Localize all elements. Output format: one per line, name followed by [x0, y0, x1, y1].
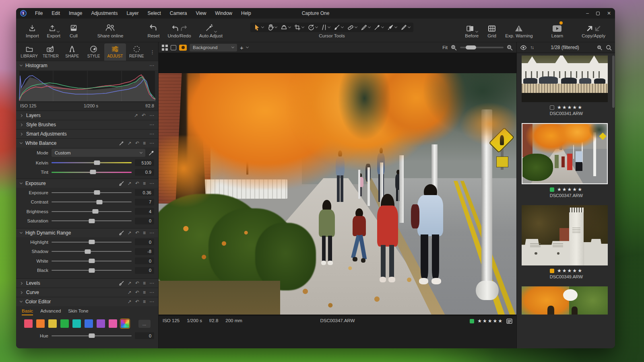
levels-copy-icon[interactable]: ↗: [128, 280, 132, 286]
menu-image[interactable]: Image: [65, 10, 86, 17]
multi-view-icon[interactable]: [162, 45, 168, 51]
hdr-presets-icon[interactable]: ≡: [143, 230, 146, 236]
color-editor-reset-icon[interactable]: ↶: [135, 299, 139, 304]
histogram-header[interactable]: Histogram ⋯: [16, 61, 158, 70]
wb-presets-icon[interactable]: ≡: [143, 140, 146, 146]
menu-help[interactable]: Help: [237, 10, 255, 17]
thumbnail-dsc00349[interactable]: ★★★★★ DSC00349.ARW: [522, 205, 611, 279]
menu-layer[interactable]: Layer: [123, 10, 142, 17]
black-slider[interactable]: [52, 270, 132, 271]
minimize-button[interactable]: –: [586, 10, 589, 16]
menu-window[interactable]: Window: [211, 10, 236, 17]
exposure-value[interactable]: 0.36: [135, 189, 154, 196]
single-view-icon[interactable]: [171, 45, 176, 50]
grid-button[interactable]: Grid: [483, 23, 501, 38]
brightness-value[interactable]: 4: [135, 208, 154, 215]
tab-style[interactable]: STYLE: [83, 43, 104, 61]
wb-copy-icon[interactable]: ↗: [128, 140, 132, 146]
zoom-in-icon[interactable]: [506, 44, 513, 51]
exposure-more-icon[interactable]: ⋯: [149, 181, 154, 186]
search-icon[interactable]: [606, 45, 612, 51]
sort-icon[interactable]: ↑↓: [530, 45, 533, 50]
cursor-tool-rotate[interactable]: [308, 24, 318, 31]
hdr-brush-icon[interactable]: [119, 230, 124, 235]
exposure-warning-button[interactable]: Exp. Warning: [501, 23, 537, 38]
color-tag-checkbox-orange[interactable]: [550, 269, 554, 273]
cursor-tool-picker[interactable]: [374, 24, 384, 31]
cull-button[interactable]: Cull: [64, 23, 83, 38]
cursor-tool-erase[interactable]: [361, 24, 370, 31]
layers-copy-icon[interactable]: ↗: [134, 113, 138, 118]
layers-header[interactable]: Layers ↗↶⋯: [16, 111, 158, 120]
exposure-presets-icon[interactable]: ≡: [143, 181, 146, 186]
hue-value[interactable]: 0: [135, 332, 154, 339]
curve-more-icon[interactable]: ⋯: [149, 290, 154, 295]
curve-reset-icon[interactable]: ↶: [135, 290, 139, 295]
levels-reset-icon[interactable]: ↶: [135, 280, 139, 286]
thumb-star-rating[interactable]: ★★★★★: [557, 268, 583, 274]
histogram-more-icon[interactable]: ⋯: [149, 63, 154, 68]
cursor-tool-pan[interactable]: [267, 24, 277, 31]
swatch-green[interactable]: [60, 319, 69, 328]
thumbnail-partial[interactable]: [522, 286, 611, 315]
cursor-tool-select[interactable]: [254, 24, 264, 31]
cursor-tool-crop[interactable]: [294, 24, 304, 31]
wb-reset-icon[interactable]: ↶: [135, 140, 139, 146]
hdr-copy-icon[interactable]: ↗: [128, 230, 132, 236]
swatch-orange[interactable]: [36, 319, 45, 328]
hue-slider[interactable]: [52, 335, 132, 336]
exposure-slider[interactable]: [52, 192, 132, 193]
wb-tint-slider[interactable]: [52, 172, 132, 173]
tab-shape[interactable]: SHAPE: [62, 43, 83, 61]
white-value[interactable]: 0: [135, 257, 154, 264]
curve-copy-icon[interactable]: ↗: [128, 290, 132, 295]
zoom-slider[interactable]: [460, 47, 504, 48]
white-slider[interactable]: [52, 261, 132, 261]
thumbnail-dsc00341[interactable]: ★★★★★ DSC00341.ARW: [522, 56, 611, 116]
thumbnail-dsc00347[interactable]: ★★★★★ DSC00347.ARW: [522, 123, 611, 198]
layer-dropdown[interactable]: Background: [190, 44, 237, 51]
browser-zoom-icon[interactable]: [597, 45, 603, 51]
shadow-slider[interactable]: [52, 251, 132, 252]
browser-scrollbar[interactable]: [612, 56, 615, 348]
wb-tint-value[interactable]: 0.9: [135, 169, 154, 176]
highlight-value[interactable]: 0: [135, 239, 154, 245]
auto-adjust-button[interactable]: Auto Adjust: [195, 23, 227, 38]
cursor-tool-loupe[interactable]: [281, 24, 291, 31]
hdr-header[interactable]: High Dynamic Range ↗ ↶ ≡ ⋯: [16, 228, 158, 237]
swatch-yellow[interactable]: [48, 319, 57, 328]
fit-label[interactable]: Fit: [442, 45, 448, 50]
reset-button[interactable]: Reset: [143, 23, 163, 38]
swatch-more-button[interactable]: ...: [138, 320, 151, 328]
cursor-tool-brush[interactable]: [334, 24, 343, 31]
curve-header[interactable]: Curve ↗ ↶ ≡ ⋯: [16, 288, 158, 297]
share-online-button[interactable]: Share online: [93, 23, 128, 38]
eye-icon[interactable]: [520, 45, 527, 50]
color-editor-tab-advanced[interactable]: Advanced: [40, 309, 61, 315]
tab-refine[interactable]: REFINE: [126, 43, 147, 61]
proof-view-icon[interactable]: [179, 45, 187, 51]
curve-presets-icon[interactable]: ≡: [143, 290, 146, 295]
levels-presets-icon[interactable]: ≡: [143, 280, 146, 286]
status-list-icon[interactable]: [506, 319, 512, 324]
status-color-tag[interactable]: [470, 319, 474, 323]
white-balance-header[interactable]: White Balance ↗ ↶ ≡ ⋯: [16, 139, 158, 148]
wb-more-icon[interactable]: ⋯: [149, 140, 154, 146]
wb-kelvin-slider[interactable]: [52, 162, 132, 163]
shadow-value[interactable]: -8: [135, 248, 154, 255]
panel-menu-dots-icon[interactable]: ⋮: [147, 49, 157, 55]
brightness-slider[interactable]: [52, 211, 132, 212]
style-brushes-header[interactable]: Style Brushes ⋯: [16, 120, 158, 129]
color-tag-checkbox[interactable]: [550, 105, 554, 110]
smart-adjustments-more-icon[interactable]: ⋯: [149, 131, 154, 137]
exposure-header[interactable]: Exposure ↗ ↶ ≡ ⋯: [16, 179, 158, 188]
color-editor-tab-basic[interactable]: Basic: [22, 309, 33, 315]
layers-more-icon[interactable]: ⋯: [149, 113, 154, 118]
exposure-reset-icon[interactable]: ↶: [135, 181, 139, 186]
style-brushes-more-icon[interactable]: ⋯: [149, 122, 154, 128]
menu-view[interactable]: View: [192, 10, 210, 17]
swatch-blue[interactable]: [85, 319, 93, 328]
hdr-reset-icon[interactable]: ↶: [135, 230, 139, 236]
color-editor-copy-icon[interactable]: ↗: [128, 299, 132, 304]
copy-apply-button[interactable]: Copy/Apply: [578, 23, 609, 38]
